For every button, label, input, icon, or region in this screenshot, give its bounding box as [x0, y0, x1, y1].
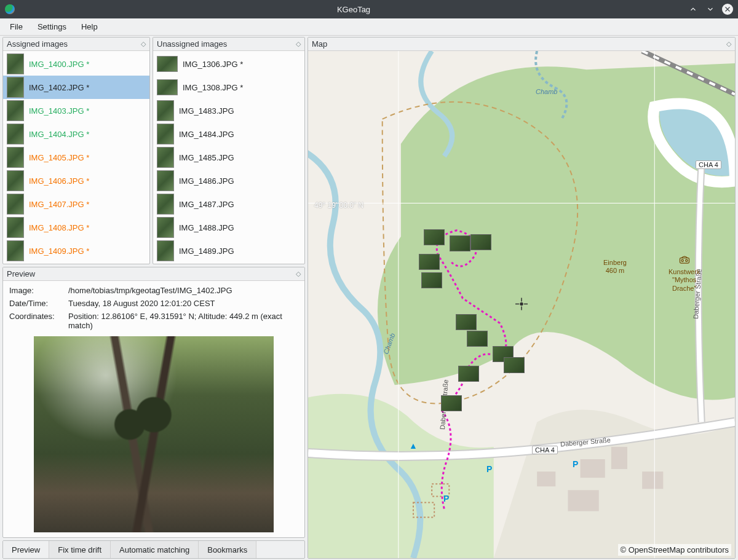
assigned-image-item[interactable]: IMG_1403.JPG * [3, 99, 149, 122]
unassigned-image-item[interactable]: IMG_1308.JPG * [153, 76, 304, 99]
bottom-tabs: Preview Fix time drift Automatic matchin… [2, 540, 305, 559]
assigned-image-item[interactable]: IMG_1402.JPG * [3, 76, 149, 99]
dock-header-preview[interactable]: Preview ◇ [3, 267, 304, 281]
tab-fix-time-drift[interactable]: Fix time drift [49, 541, 111, 558]
tab-automatic-matching[interactable]: Automatic matching [111, 541, 199, 558]
map-canvas[interactable]: 49° 19' 00.0" N Chamb Chamb CHA 4 CHA 4 … [308, 51, 735, 558]
camp-icon: ▲ [409, 441, 418, 451]
artwork-icon [678, 254, 691, 266]
map-photo-marker[interactable] [450, 235, 470, 251]
svg-rect-1 [581, 459, 605, 478]
map-photo-marker[interactable] [419, 254, 440, 270]
map-photo-marker[interactable] [458, 366, 479, 382]
map-title: Map [312, 39, 327, 49]
filename-label: IMG_1306.JPG * [183, 60, 243, 69]
dock-header-assigned[interactable]: Assigned images ◇ [3, 37, 149, 51]
menu-file[interactable]: File [2, 20, 30, 34]
unassigned-list[interactable]: IMG_1306.JPG *IMG_1308.JPG *IMG_1483.JPG… [153, 51, 304, 264]
menu-settings[interactable]: Settings [30, 20, 74, 34]
map-photo-marker[interactable] [467, 331, 488, 347]
assigned-image-item[interactable]: IMG_1406.JPG * [3, 169, 149, 192]
svg-rect-2 [611, 447, 627, 469]
filename-label: IMG_1404.JPG * [29, 130, 89, 139]
map-photo-marker[interactable] [456, 314, 477, 330]
assigned-image-item[interactable]: IMG_1407.JPG * [3, 192, 149, 216]
thumbnail [157, 79, 178, 95]
svg-rect-5 [642, 471, 663, 489]
menubar: File Settings Help [0, 18, 738, 36]
assigned-image-item[interactable]: IMG_1409.JPG * [3, 239, 149, 262]
assigned-image-item[interactable]: IMG_1400.JPG * [3, 52, 149, 76]
minimize-button[interactable] [688, 4, 699, 15]
tab-bookmarks[interactable]: Bookmarks [199, 541, 256, 558]
map-river-label: Chamb [536, 88, 557, 95]
map-photo-marker[interactable] [441, 395, 462, 411]
parking-icon: P [573, 459, 578, 470]
map-photo-marker[interactable] [424, 229, 445, 245]
unassigned-image-item[interactable]: IMG_1483.JPG [153, 99, 304, 122]
assigned-image-item[interactable]: IMG_1408.JPG * [3, 216, 149, 239]
dock-float-icon[interactable]: ◇ [296, 40, 301, 48]
assigned-image-item[interactable]: IMG_1404.JPG * [3, 122, 149, 146]
preview-image [34, 336, 274, 532]
svg-point-18 [685, 259, 687, 261]
filename-label: IMG_1403.JPG * [29, 106, 89, 116]
dock-float-icon[interactable]: ◇ [726, 40, 731, 48]
dock-float-icon[interactable]: ◇ [296, 270, 301, 278]
filename-label: IMG_1488.JPG [179, 223, 234, 232]
unassigned-image-item[interactable]: IMG_1486.JPG [153, 169, 304, 192]
assigned-image-item[interactable]: IMG_1405.JPG * [3, 146, 149, 169]
parking-icon: P [486, 464, 492, 475]
thumbnail [157, 217, 174, 238]
filename-label: IMG_1400.JPG * [29, 60, 89, 69]
unassigned-title: Unassigned images [157, 39, 227, 49]
close-button[interactable] [722, 4, 733, 15]
thumbnail [7, 124, 24, 144]
unassigned-image-item[interactable]: IMG_1489.JPG [153, 239, 304, 262]
filename-label: IMG_1486.JPG [179, 176, 234, 186]
unassigned-image-item[interactable]: IMG_1487.JPG [153, 192, 304, 216]
unassigned-image-item[interactable]: IMG_1488.JPG [153, 216, 304, 239]
filename-label: IMG_1489.JPG [179, 246, 234, 256]
thumbnail [157, 56, 178, 72]
menu-help[interactable]: Help [74, 20, 105, 34]
filename-label: IMG_1485.JPG [179, 153, 234, 162]
map-photo-marker[interactable] [470, 234, 491, 250]
preview-image-label: Image: [9, 286, 68, 295]
assigned-list[interactable]: IMG_1400.JPG *IMG_1402.JPG *IMG_1403.JPG… [3, 51, 149, 264]
parking-icon: P [443, 494, 449, 504]
map-lat-label: 49° 19' 00.0" N [314, 201, 363, 210]
map-photo-marker[interactable] [421, 272, 442, 288]
filename-label: IMG_1402.JPG * [29, 83, 89, 92]
tab-preview[interactable]: Preview [3, 541, 49, 558]
dock-header-map[interactable]: Map ◇ [308, 37, 735, 51]
poi-drache: Kunstwerk "Mythos Drache" [669, 254, 700, 293]
unassigned-image-item[interactable]: IMG_1306.JPG * [153, 52, 304, 76]
thumbnail [7, 240, 24, 261]
filename-label: IMG_1405.JPG * [29, 153, 89, 162]
filename-label: IMG_1308.JPG * [183, 83, 243, 92]
preview-dock: Preview ◇ Image: /home/tobias/tmp/kgeota… [2, 267, 305, 538]
unassigned-image-item[interactable]: IMG_1485.JPG [153, 146, 304, 169]
preview-image-value: /home/tobias/tmp/kgeotagTest/IMG_1402.JP… [68, 286, 298, 295]
map-photo-marker[interactable] [504, 357, 525, 373]
filename-label: IMG_1409.JPG * [29, 246, 89, 256]
maximize-button[interactable] [705, 4, 716, 15]
titlebar: KGeoTag [0, 0, 738, 18]
map-dock: Map ◇ [308, 37, 736, 559]
assigned-title: Assigned images [7, 39, 68, 49]
preview-title: Preview [7, 269, 35, 278]
dock-float-icon[interactable]: ◇ [141, 40, 146, 48]
dock-header-unassigned[interactable]: Unassigned images ◇ [153, 37, 304, 51]
preview-coords-value: Position: 12.86106° E, 49.31591° N; Alti… [68, 312, 298, 330]
window-title: KGeoTag [20, 5, 688, 14]
filename-label: IMG_1408.JPG * [29, 223, 89, 232]
thumbnail [7, 194, 24, 215]
unassigned-image-item[interactable]: IMG_1484.JPG [153, 122, 304, 146]
road-label-cha4-2: CHA 4 [696, 160, 721, 169]
svg-point-17 [681, 259, 683, 261]
thumbnail [7, 100, 24, 121]
thumbnail [157, 170, 174, 191]
thumbnail [7, 217, 24, 238]
filename-label: IMG_1483.JPG [179, 106, 234, 116]
